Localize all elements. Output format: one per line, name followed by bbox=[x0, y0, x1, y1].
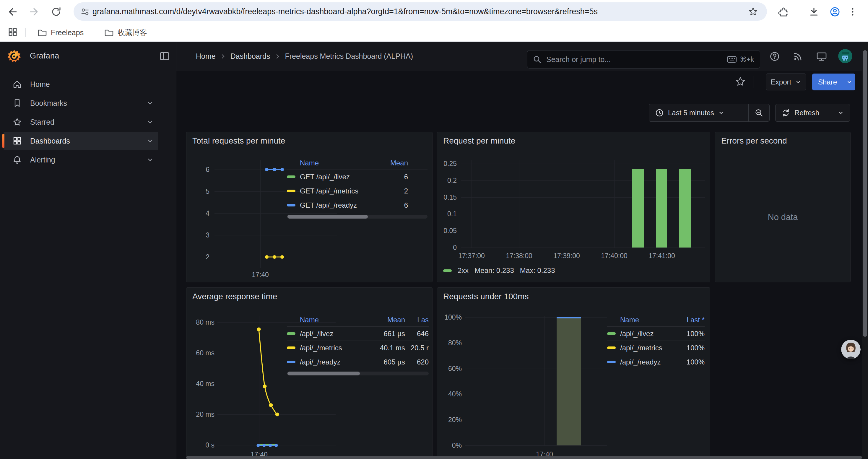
gridline bbox=[465, 343, 607, 343]
favorite-dashboard-button[interactable] bbox=[735, 76, 746, 88]
user-avatar[interactable] bbox=[838, 49, 852, 63]
legend-row[interactable]: /api/_/livez 100% bbox=[607, 326, 705, 340]
panel-title[interactable]: Errors per second bbox=[721, 136, 787, 145]
sidebar-item-home[interactable]: Home bbox=[4, 75, 158, 93]
y-tick: 0.25 bbox=[439, 160, 457, 168]
legend-header-mean[interactable]: Mean bbox=[387, 159, 428, 167]
refresh-icon bbox=[781, 108, 790, 117]
gridline bbox=[545, 316, 545, 446]
y-tick: 6 bbox=[192, 166, 210, 174]
sidebar-toggle-button[interactable] bbox=[159, 51, 171, 62]
display-button[interactable] bbox=[816, 51, 828, 62]
search-input[interactable] bbox=[546, 55, 727, 64]
chevron-right-icon bbox=[220, 53, 226, 60]
series-name: /api/_/livez bbox=[620, 330, 675, 338]
legend-header-mean[interactable]: Mean bbox=[367, 316, 405, 324]
legend-row[interactable]: /api/_/metrics 40.1 ms 20.5 r bbox=[287, 340, 429, 355]
legend-row[interactable]: /api/_/readyz 605 µs 620 bbox=[287, 355, 429, 369]
browser-menu-button[interactable] bbox=[847, 6, 859, 18]
legend-row[interactable]: /api/_/livez 661 µs 646 bbox=[287, 326, 429, 340]
zoom-out-button[interactable] bbox=[748, 104, 769, 121]
legend-header-name[interactable]: Name bbox=[300, 316, 367, 324]
scrollbar-thumb[interactable] bbox=[863, 50, 867, 337]
bookmark-folder-freeleaps[interactable]: Freeleaps bbox=[37, 27, 84, 38]
browser-toolbar: grafana.mathmast.com/d/deytv4rwavabkb/fr… bbox=[0, 0, 868, 23]
chevron-down-icon[interactable] bbox=[147, 100, 154, 107]
legend-row[interactable]: /api/_/metrics 100% bbox=[607, 340, 705, 355]
grafana-logo[interactable] bbox=[7, 49, 21, 64]
home-icon bbox=[12, 79, 22, 89]
downloads-button[interactable] bbox=[808, 6, 820, 18]
sidebar-item-dashboards[interactable]: Dashboards bbox=[4, 132, 158, 150]
legend-row[interactable]: GET /api/_/readyz 6 bbox=[287, 198, 428, 212]
sidebar-item-label: Dashboards bbox=[30, 137, 70, 145]
assistant-avatar[interactable] bbox=[841, 340, 861, 359]
legend-scrollbar[interactable] bbox=[287, 371, 429, 375]
bookmark-star-button[interactable] bbox=[748, 6, 758, 17]
chevron-down-icon[interactable] bbox=[147, 119, 154, 126]
help-button[interactable] bbox=[769, 51, 780, 62]
legend-header-last[interactable]: Las bbox=[405, 316, 429, 324]
legend-row[interactable]: /api/_/readyz 100% bbox=[607, 355, 705, 369]
legend-header-last[interactable]: Last * bbox=[675, 316, 705, 324]
news-button[interactable] bbox=[792, 51, 804, 62]
legend-row[interactable]: GET /api/_/metrics 2 bbox=[287, 184, 428, 198]
address-bar[interactable]: grafana.mathmast.com/d/deytv4rwavabkb/fr… bbox=[73, 2, 767, 21]
x-tick: 17:41:00 bbox=[649, 252, 675, 260]
series-max: Max: 0.233 bbox=[520, 266, 555, 275]
sidebar-item-alerting[interactable]: Alerting bbox=[4, 151, 158, 169]
bar-under-100ms[interactable] bbox=[557, 317, 581, 446]
y-tick: 80% bbox=[441, 339, 462, 347]
chevron-down-icon[interactable] bbox=[147, 137, 154, 144]
horizontal-scrollbar[interactable] bbox=[186, 456, 862, 459]
browser-forward-button[interactable] bbox=[28, 6, 40, 18]
browser-profile-button[interactable] bbox=[829, 6, 841, 18]
topnav-left-section: Grafana bbox=[0, 42, 176, 71]
breadcrumb-home[interactable]: Home bbox=[196, 52, 216, 61]
refresh-interval-button[interactable] bbox=[832, 104, 850, 121]
vertical-scrollbar[interactable] bbox=[862, 42, 868, 459]
arrow-right-icon bbox=[28, 6, 40, 18]
refresh-button[interactable]: Refresh bbox=[776, 104, 832, 121]
legend-header-name[interactable]: Name bbox=[620, 316, 675, 324]
panel-title[interactable]: Request per minute bbox=[443, 136, 515, 145]
apps-grid-button[interactable] bbox=[7, 26, 19, 38]
bar-2xx[interactable] bbox=[632, 169, 644, 248]
search-box[interactable]: ⌘+k bbox=[527, 50, 760, 68]
y-tick: 4 bbox=[192, 209, 210, 218]
no-data-message: No data bbox=[715, 212, 850, 222]
legend-scrollbar[interactable] bbox=[287, 215, 428, 219]
chevron-down-icon bbox=[838, 110, 844, 116]
time-range-picker[interactable]: Last 5 minutes bbox=[649, 104, 748, 121]
browser-reload-button[interactable] bbox=[50, 6, 62, 18]
export-button[interactable]: Export bbox=[766, 73, 806, 90]
panel-title[interactable]: Requests under 100ms bbox=[443, 292, 529, 301]
bookmark-folder-blogs[interactable]: 收藏博客 bbox=[104, 27, 147, 38]
series-mean: 40.1 ms bbox=[367, 344, 405, 352]
url-text[interactable]: grafana.mathmast.com/d/deytv4rwavabkb/fr… bbox=[92, 7, 767, 16]
series-last: 20.5 r bbox=[405, 344, 429, 352]
legend-header-name[interactable]: Name bbox=[300, 159, 387, 167]
extensions-button[interactable] bbox=[776, 6, 788, 18]
sidebar-item-bookmarks[interactable]: Bookmarks bbox=[4, 94, 158, 112]
sidebar-item-starred[interactable]: Starred bbox=[4, 113, 158, 131]
share-button[interactable]: Share bbox=[812, 73, 843, 90]
panel-title[interactable]: Average response time bbox=[192, 292, 277, 301]
breadcrumb-dashboards[interactable]: Dashboards bbox=[230, 52, 270, 61]
share-menu-button[interactable] bbox=[843, 73, 855, 90]
site-settings-icon[interactable] bbox=[80, 7, 90, 17]
bar-2xx[interactable] bbox=[656, 169, 667, 248]
series-mean: 661 µs bbox=[367, 330, 405, 338]
gridline bbox=[465, 420, 607, 420]
panel-legend[interactable]: 2xx Mean: 0.233 Max: 0.233 bbox=[443, 266, 555, 275]
chevron-down-icon[interactable] bbox=[147, 156, 154, 163]
browser-chrome: grafana.mathmast.com/d/deytv4rwavabkb/fr… bbox=[0, 0, 868, 42]
bar-2xx[interactable] bbox=[679, 169, 691, 248]
panel-legend: Name Last * /api/_/livez 100% /api/_/met… bbox=[607, 314, 705, 369]
series-last: 100% bbox=[675, 344, 705, 352]
y-tick: 0 bbox=[439, 244, 457, 252]
chevron-down-icon bbox=[795, 79, 801, 85]
browser-back-button[interactable] bbox=[6, 6, 18, 18]
panel-title[interactable]: Total requests per minute bbox=[192, 136, 285, 145]
legend-row[interactable]: GET /api/_/livez 6 bbox=[287, 169, 428, 184]
